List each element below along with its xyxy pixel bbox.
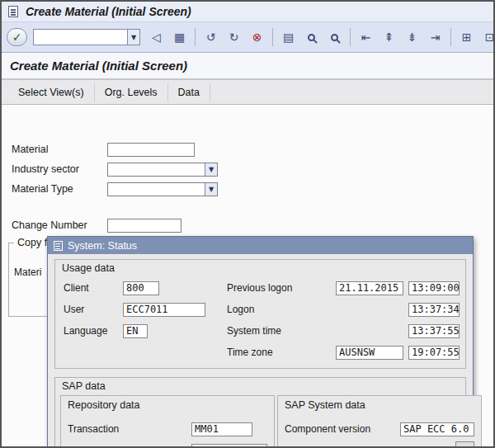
exit-icon: ↻: [229, 31, 239, 43]
material-type-row: Material Type ▼: [12, 182, 218, 196]
back-icon: ↺: [206, 31, 216, 43]
industry-sector-dropdown-icon[interactable]: ▼: [205, 163, 217, 176]
toolbar-separator: [195, 28, 196, 46]
user-field[interactable]: ECC7011: [123, 303, 205, 317]
copy-material-label: Materi: [14, 266, 41, 278]
repository-row: Transaction MM01: [68, 418, 267, 440]
save-button[interactable]: ▦: [169, 27, 190, 47]
sap-data-title: SAP data: [55, 378, 465, 395]
material-type-select[interactable]: ▼: [107, 182, 218, 196]
dialog-titlebar[interactable]: System: Status: [48, 237, 473, 254]
sap-system-data-group: SAP System data Component version SAP EC…: [277, 395, 482, 448]
previous-logon-date-field[interactable]: 21.11.2015: [336, 281, 403, 295]
last-page-button[interactable]: ⇥: [425, 27, 446, 47]
window-system-icon: [8, 6, 18, 17]
first-page-icon: ⇤: [361, 31, 371, 43]
component-version-label: Component version: [285, 423, 400, 435]
component-version-field[interactable]: SAP ECC 6.0: [400, 422, 474, 436]
industry-sector-select[interactable]: ▼: [107, 163, 218, 177]
page-up-icon: ⇞: [384, 31, 394, 43]
window-title: Create Material (Initial Screen): [26, 5, 191, 18]
material-type-dropdown-icon[interactable]: ▼: [205, 183, 217, 196]
find-next-icon: [331, 34, 338, 41]
dialog-title: System: Status: [68, 240, 137, 252]
toolbar-separator: [272, 28, 273, 46]
time-zone-label: Time zone: [227, 347, 336, 358]
toolbar-separator: [350, 28, 351, 46]
usage-data-title: Usage data: [55, 260, 465, 277]
repository-data-group: Repository data Transaction MM01 Program…: [60, 395, 275, 448]
dialog-body: Usage data Client 800 Previous logon 21.…: [48, 254, 473, 448]
time-zone-time-field[interactable]: 19:07:55: [408, 346, 460, 360]
standard-toolbar: ✓ ▼ ◁ ▦ ↺ ↻ ⊗ ▤: [2, 22, 493, 53]
detail-search-button[interactable]: [455, 441, 474, 448]
screen-title: Create Material (Initial Screen): [2, 53, 493, 80]
select-views-button[interactable]: Select View(s): [8, 83, 95, 101]
material-row: Material: [12, 142, 195, 157]
client-label: Client: [64, 282, 123, 294]
previous-logon-label: Previous logon: [227, 282, 336, 294]
system-status-icon: [54, 241, 63, 251]
change-number-row: Change Number: [12, 218, 182, 233]
previous-logon-time-field[interactable]: 13:09:00: [408, 281, 460, 295]
program-screen-field[interactable]: SAPLMGMM: [191, 444, 267, 448]
exit-button[interactable]: ↻: [224, 27, 244, 47]
client-field[interactable]: 800: [123, 281, 159, 295]
sap-data-group: SAP data Repository data Transaction MM0…: [54, 377, 466, 448]
cancel-icon: ⊗: [252, 31, 262, 43]
system-time-label: System time: [227, 325, 336, 337]
material-input[interactable]: [107, 143, 195, 157]
command-field[interactable]: [34, 30, 127, 45]
usage-data-group: Usage data Client 800 Previous logon 21.…: [54, 259, 466, 369]
transaction-label: Transaction: [68, 423, 191, 435]
page-up-button[interactable]: ⇞: [379, 27, 399, 47]
logon-label: Logon: [227, 304, 336, 315]
transaction-field[interactable]: MM01: [191, 422, 252, 436]
new-session-icon: ⊞: [462, 31, 472, 43]
page-down-icon: ⇟: [408, 31, 417, 43]
system-time-field[interactable]: 13:37:55: [408, 324, 460, 338]
system-status-dialog: System: Status Usage data Client 800 Pre…: [47, 236, 474, 448]
usage-row: Language EN System time 13:37:55: [55, 320, 465, 342]
usage-row: User ECC7011 Logon 13:37:34: [55, 299, 465, 320]
material-type-label: Material Type: [12, 183, 107, 195]
material-type-input[interactable]: [108, 183, 205, 196]
repository-row: Program (screen) SAPLMGMM: [68, 440, 267, 448]
last-page-icon: ⇥: [431, 31, 441, 43]
create-shortcut-icon: ⊡: [485, 31, 495, 43]
create-shortcut-button[interactable]: ⊡: [479, 27, 495, 47]
enter-arrow-button[interactable]: ◁: [146, 27, 167, 47]
page-down-button[interactable]: ⇟: [402, 27, 422, 47]
org-levels-button[interactable]: Org. Levels: [95, 83, 168, 101]
print-icon: ▤: [283, 31, 294, 43]
industry-sector-row: Industry sector ▼: [12, 162, 218, 177]
data-button[interactable]: Data: [168, 83, 210, 101]
sap-system-row: Component version SAP ECC 6.0: [285, 418, 474, 440]
time-zone-field[interactable]: AUSNSW: [336, 346, 403, 360]
language-label: Language: [64, 325, 123, 337]
command-dropdown-icon[interactable]: ▼: [127, 30, 139, 45]
window-titlebar: Create Material (Initial Screen): [2, 2, 493, 22]
new-session-button[interactable]: ⊞: [456, 27, 477, 47]
usage-row: Client 800 Previous logon 21.11.2015 13:…: [55, 277, 465, 299]
copy-from-group-title: Copy f: [14, 237, 50, 248]
change-number-label: Change Number: [12, 219, 107, 231]
back-button[interactable]: ↺: [200, 27, 221, 47]
program-screen-label: Program (screen): [68, 445, 191, 448]
enter-check-icon: ✓: [12, 31, 22, 43]
first-page-button[interactable]: ⇤: [356, 27, 376, 47]
cancel-button[interactable]: ⊗: [247, 27, 267, 47]
find-next-button[interactable]: [324, 27, 345, 47]
find-button[interactable]: [301, 27, 322, 47]
print-button[interactable]: ▤: [278, 27, 299, 47]
sap-system-data-title: SAP System data: [285, 399, 474, 411]
repository-data-title: Repository data: [68, 399, 267, 411]
application-toolbar: Select View(s) Org. Levels Data: [2, 80, 493, 105]
change-number-input[interactable]: [107, 219, 182, 233]
find-icon: [308, 34, 315, 41]
enter-button[interactable]: ✓: [7, 28, 27, 46]
industry-sector-input[interactable]: [108, 163, 205, 176]
logon-time-field[interactable]: 13:37:34: [408, 303, 460, 317]
language-field[interactable]: EN: [123, 324, 148, 338]
user-label: User: [64, 304, 123, 315]
